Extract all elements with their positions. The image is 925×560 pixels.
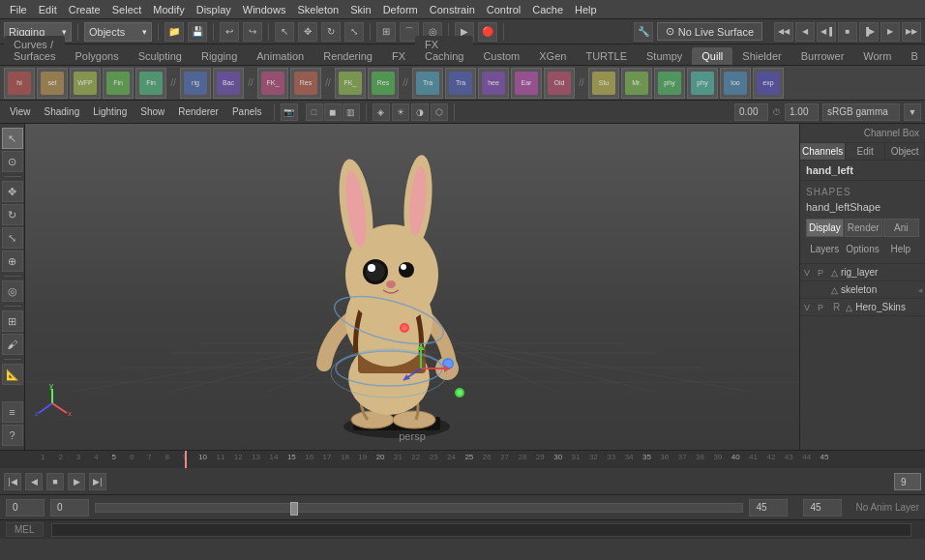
ao-icon[interactable]: ⬡: [431, 103, 448, 121]
current-time-field[interactable]: 0: [50, 499, 89, 516]
snap-grid-icon[interactable]: ⊞: [376, 22, 396, 42]
stop-icon[interactable]: ■: [838, 22, 857, 42]
select-tool-icon[interactable]: ↖: [275, 22, 294, 42]
menu-item-display[interactable]: Display: [191, 4, 237, 15]
options-tool[interactable]: ≡: [2, 401, 23, 423]
open-scene-icon[interactable]: 📁: [164, 22, 184, 42]
shelf-tab-fx[interactable]: FX: [382, 47, 415, 65]
shelf-icon-export[interactable]: exp: [753, 68, 784, 99]
select-tool[interactable]: ↖: [2, 128, 23, 149]
smooth-icon[interactable]: ◼: [324, 103, 342, 121]
paint-tool[interactable]: 🖌: [2, 334, 23, 355]
timeline-playhead[interactable]: [185, 451, 187, 468]
shelf-icon-studio_i[interactable]: Stu: [588, 68, 619, 99]
menu-item-skin[interactable]: Skin: [344, 4, 376, 15]
time-field[interactable]: 0.00: [734, 103, 768, 121]
shelf-icon-phylook[interactable]: loo: [720, 68, 751, 99]
menu-item-edit[interactable]: Edit: [33, 4, 63, 15]
menu-item-select[interactable]: Select: [106, 4, 148, 15]
render-tab[interactable]: Render: [845, 219, 882, 237]
start-frame-field[interactable]: 0: [6, 499, 45, 516]
lights-icon[interactable]: ☀: [392, 103, 409, 121]
display-tab[interactable]: Display: [806, 219, 844, 237]
shelf-tab-shielder[interactable]: Shielder: [732, 47, 791, 65]
rotate-tool[interactable]: ↻: [2, 204, 23, 225]
shelf-icon-mr.-klee[interactable]: Mr.: [621, 68, 652, 99]
shelf-icon-select_ri[interactable]: sel: [37, 68, 68, 99]
scale-tool[interactable]: ⤡: [2, 227, 23, 249]
shelf-tab-b[interactable]: B: [901, 47, 925, 65]
layer-skeleton[interactable]: △ skeleton: [800, 281, 925, 299]
shelf-tab-worm[interactable]: Worm: [853, 47, 901, 65]
menu-item-modify[interactable]: Modify: [147, 4, 190, 15]
play-back-btn[interactable]: ◀: [25, 473, 43, 490]
frame-prev-icon[interactable]: ◀: [795, 22, 815, 42]
help-tool[interactable]: ?: [2, 425, 23, 446]
lighting-menu[interactable]: Lighting: [87, 104, 133, 119]
end-frame-field[interactable]: 45: [749, 499, 788, 516]
object-tab[interactable]: Object: [885, 143, 925, 160]
shelf-tab-xgen[interactable]: XGen: [529, 47, 576, 65]
undo-icon[interactable]: ↩: [220, 22, 239, 42]
camera-icon[interactable]: 📷: [281, 103, 298, 121]
scale-field[interactable]: 1.00: [785, 103, 819, 121]
shelf-tab-curves-/-surfaces[interactable]: Curves / Surfaces: [4, 36, 65, 65]
shelf-icon-earsold[interactable]: Old: [544, 68, 575, 99]
measure-tool[interactable]: 📐: [2, 364, 23, 385]
help-subtab[interactable]: Help: [882, 241, 919, 257]
frame-end-icon[interactable]: ▶▶: [902, 22, 921, 42]
shadow-icon[interactable]: ◑: [411, 103, 429, 121]
play-back-icon[interactable]: ◀▐: [817, 22, 836, 42]
shelf-tab-sculpting[interactable]: Sculpting: [129, 47, 192, 65]
wireframe-icon[interactable]: □: [306, 103, 323, 121]
menu-item-constrain[interactable]: Constrain: [424, 4, 481, 15]
shelf-tab-rendering[interactable]: Rendering: [313, 47, 382, 65]
menu-item-help[interactable]: Help: [569, 4, 603, 15]
menu-item-cache[interactable]: Cache: [526, 4, 569, 15]
layer-rig[interactable]: V P △ rig_layer: [800, 264, 925, 281]
view-menu[interactable]: View: [4, 104, 37, 119]
range-slider-thumb[interactable]: [290, 502, 298, 516]
shelf-tab-polygons[interactable]: Polygons: [65, 47, 128, 65]
panels-menu[interactable]: Panels: [226, 104, 268, 119]
range-end-display[interactable]: 45: [803, 499, 842, 516]
prev-key-btn[interactable]: |◀: [4, 473, 21, 490]
current-frame-display[interactable]: 9: [894, 473, 921, 490]
shelf-icon-reset_r[interactable]: Res: [368, 68, 399, 99]
scale-tool-icon[interactable]: ⤡: [344, 22, 364, 42]
textured-icon[interactable]: ▥: [343, 103, 360, 121]
shelf-tab-fx-caching[interactable]: FX Caching: [415, 36, 473, 65]
layer-hero-skins[interactable]: V P R △ Hero_Skins: [800, 299, 925, 316]
menu-item-file[interactable]: File: [4, 4, 33, 15]
shelf-icon-trans_sy[interactable]: Tra: [412, 68, 443, 99]
shelf-icon-phy1[interactable]: phy: [654, 68, 685, 99]
save-icon[interactable]: 💾: [188, 22, 207, 42]
show-menu[interactable]: Show: [134, 104, 170, 119]
ipr-icon[interactable]: 🔴: [478, 22, 497, 42]
shelf-tab-burrower[interactable]: Burrower: [791, 47, 854, 65]
redo-icon[interactable]: ↪: [243, 22, 262, 42]
channels-tab[interactable]: Channels: [800, 143, 846, 160]
menu-item-skeleton[interactable]: Skeleton: [291, 4, 344, 15]
shelf-icon-rig_quill[interactable]: rig: [180, 68, 211, 99]
gamma-field[interactable]: sRGB gamma: [822, 103, 900, 121]
frame-back-icon[interactable]: ◀◀: [774, 22, 793, 42]
menu-item-deform[interactable]: Deform: [377, 4, 424, 15]
menu-item-control[interactable]: Control: [481, 4, 526, 15]
shelf-icon-hi[interactable]: hi: [4, 68, 35, 99]
rotate-tool-icon[interactable]: ↻: [321, 22, 341, 42]
shelf-icon-sel_wfp[interactable]: WFP: [70, 68, 101, 99]
shelf-icon-ears[interactable]: Ear: [511, 68, 542, 99]
shelf-tab-quill[interactable]: Quill: [692, 47, 732, 65]
isolate-icon[interactable]: ◈: [373, 103, 390, 121]
shading-menu[interactable]: Shading: [39, 104, 86, 119]
shelf-icon-fk_rhar[interactable]: FK_: [335, 68, 366, 99]
shelf-icon-backpack[interactable]: Bac: [213, 68, 244, 99]
viewport-3d[interactable]: x y z persp: [25, 124, 799, 450]
shelf-icon-heel_rol[interactable]: hee: [478, 68, 509, 99]
shelf-tab-rigging[interactable]: Rigging: [192, 47, 247, 65]
menu-item-create[interactable]: Create: [63, 4, 106, 15]
shelf-icon-fingers[interactable]: Fin: [103, 68, 134, 99]
gamma-toggle-icon[interactable]: ▼: [904, 103, 921, 121]
soft-select-tool[interactable]: ◎: [2, 280, 23, 302]
